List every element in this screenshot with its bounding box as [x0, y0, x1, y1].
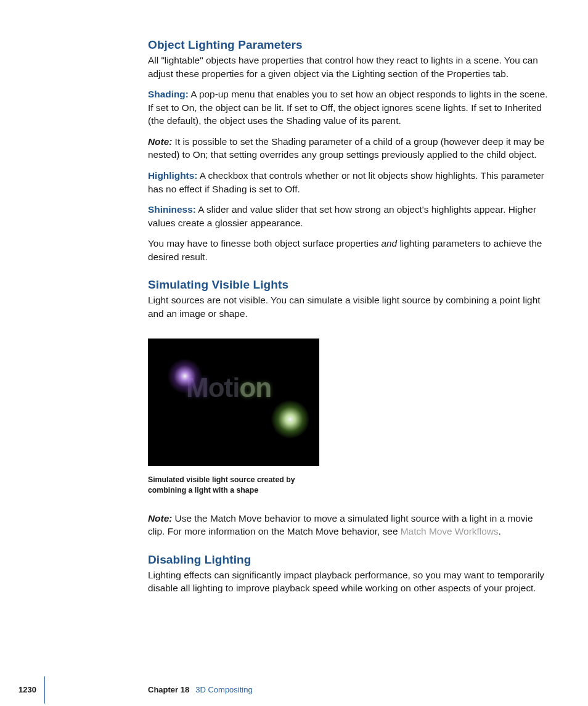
- heading-disabling-lighting: Disabling Lighting: [148, 553, 549, 567]
- heading-object-lighting-parameters: Object Lighting Parameters: [148, 38, 549, 52]
- page: Object Lighting Parameters All "lightabl…: [0, 0, 588, 706]
- text: A checkbox that controls whether or not …: [148, 170, 544, 194]
- section-simulating-visible-lights: Simulating Visible Lights Light sources …: [148, 278, 549, 538]
- section-disabling-lighting: Disabling Lighting Lighting effects can …: [148, 553, 549, 595]
- chapter-label: Chapter 18: [148, 685, 189, 694]
- text: A slider and value slider that set how s…: [148, 204, 536, 228]
- paragraph: All "lightable" objects have properties …: [148, 54, 549, 80]
- footer-rule: [44, 676, 45, 704]
- page-content: Object Lighting Parameters All "lightabl…: [148, 38, 549, 609]
- paragraph-highlights: Highlights: A checkbox that controls whe…: [148, 169, 549, 195]
- paragraph-note: Note: It is possible to set the Shading …: [148, 135, 549, 162]
- text: It is possible to set the Shading parame…: [148, 136, 544, 160]
- paragraph-shading: Shading: A pop-up menu that enables you …: [148, 88, 549, 128]
- heading-simulating-visible-lights: Simulating Visible Lights: [148, 278, 549, 292]
- paragraph: Lighting effects can significantly impac…: [148, 568, 549, 595]
- section-object-lighting: Object Lighting Parameters All "lightabl…: [148, 38, 549, 263]
- term-shininess: Shininess:: [148, 204, 196, 215]
- paragraph-shininess: Shininess: A slider and value slider tha…: [148, 203, 549, 229]
- paragraph-note: Note: Use the Match Move behavior to mov…: [148, 512, 549, 538]
- note-label: Note:: [148, 136, 172, 147]
- text: A pop-up menu that enables you to set ho…: [148, 89, 548, 126]
- light-glow-icon: [271, 400, 309, 438]
- term-shading: Shading:: [148, 89, 189, 99]
- page-number: 1230: [18, 685, 36, 694]
- chapter-info: Chapter 183D Compositing: [148, 685, 253, 694]
- link-match-move-workflows[interactable]: Match Move Workflows: [401, 526, 499, 536]
- italic-text: and: [381, 238, 397, 248]
- chapter-title: 3D Compositing: [195, 685, 253, 694]
- term-highlights: Highlights:: [148, 170, 197, 181]
- note-label: Note:: [148, 513, 172, 523]
- text: .: [499, 526, 501, 536]
- text: You may have to finesse both object surf…: [148, 238, 381, 248]
- figure-caption: Simulated visible light source created b…: [148, 475, 321, 495]
- paragraph: You may have to finesse both object surf…: [148, 237, 549, 263]
- figure-simulated-light: Motion: [148, 339, 319, 466]
- paragraph: Light sources are not visible. You can s…: [148, 293, 549, 320]
